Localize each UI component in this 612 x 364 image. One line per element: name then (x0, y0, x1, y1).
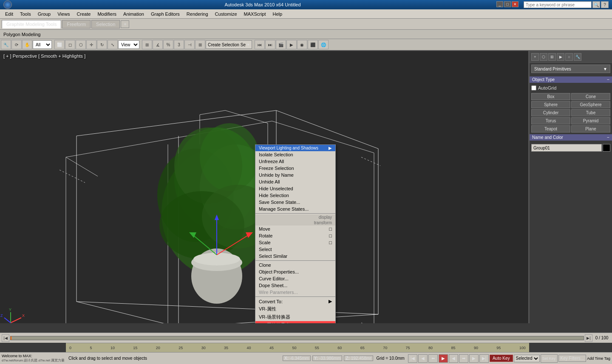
ctx-select[interactable]: Select (255, 246, 335, 253)
menu-create[interactable]: Create (73, 9, 94, 18)
menu-customize[interactable]: Customize (212, 9, 241, 18)
ctx-isolate-selection[interactable]: Isolate Selection (255, 151, 335, 158)
tool-fence[interactable]: ⬡ (76, 40, 86, 49)
rp-icon-utilities[interactable]: 🔧 (574, 53, 581, 61)
menu-tools[interactable]: Tools (17, 9, 34, 18)
ctx-clone[interactable]: Clone (255, 262, 335, 268)
ctx-unhide-by-name[interactable]: Unhide by Name (255, 172, 335, 178)
tool-scale[interactable]: ⤡ (108, 40, 118, 49)
view-select[interactable]: View (118, 40, 139, 49)
tool-array[interactable]: ⊞ (195, 40, 205, 49)
auto-key-btn[interactable]: Auto Key (490, 355, 513, 362)
maximize-btn[interactable]: □ (504, 1, 511, 7)
menu-graph-editors[interactable]: Graph Editors (147, 9, 183, 18)
menu-animation[interactable]: Animation (120, 9, 147, 18)
btn-torus[interactable]: Torus (531, 117, 570, 124)
btn-cone[interactable]: Cone (571, 93, 610, 100)
tool-environment[interactable]: 🌐 (318, 40, 329, 49)
color-swatch[interactable] (603, 144, 610, 152)
btn-prev-frame-play[interactable]: ⬅ (428, 354, 438, 363)
viewport[interactable]: [ + ] Perspective [ Smooth + Highlights … (0, 51, 529, 323)
btn-next-frame-play[interactable]: ➡ (459, 354, 468, 363)
tool-render[interactable]: ▶ (286, 40, 297, 49)
tool-next-frame[interactable]: ⏭ (265, 40, 275, 49)
menu-group[interactable]: Group (34, 9, 54, 18)
btn-play-rev[interactable]: ◀ (449, 354, 458, 363)
tool-rotate[interactable]: ↻ (97, 40, 107, 49)
ctx-manage-scene-states[interactable]: Manage Scene States... (255, 206, 335, 212)
ctx-freeze-selection[interactable]: Freeze Selection (255, 165, 335, 172)
ctx-object-properties[interactable]: Object Properties... (255, 268, 335, 275)
ctx-unfreeze-all[interactable]: Unfreeze All (255, 158, 335, 165)
ctx-curve-editor[interactable]: Curve Editor... (255, 275, 335, 282)
menu-edit[interactable]: Edit (2, 9, 17, 18)
rp-icon-create[interactable]: + (531, 53, 539, 61)
ctx-convert-to[interactable]: Convert To: ▶ (255, 298, 335, 305)
search-btn[interactable]: 🔍 (592, 1, 600, 8)
ctx-unhide-all[interactable]: Unhide All (255, 178, 335, 185)
object-type-header[interactable]: Object Type − (530, 76, 612, 83)
ctx-vr-attr[interactable]: VR-属性 (255, 305, 335, 313)
name-color-header[interactable]: Name and Color − (530, 134, 612, 141)
tool-move[interactable]: ✛ (86, 40, 96, 49)
ctx-dope-sheet[interactable]: Dope Sheet... (255, 282, 335, 289)
tool-snap-pct[interactable]: % (163, 40, 173, 49)
menu-views[interactable]: Views (54, 9, 73, 18)
tool-select-obj[interactable]: ⬜ (54, 40, 65, 49)
ctx-vr-scene[interactable]: VR-场景转换器 (255, 313, 335, 321)
btn-go-end[interactable]: ▶| (479, 354, 489, 363)
timeline-slider[interactable] (10, 336, 584, 340)
btn-prev-key[interactable]: ◀ (418, 354, 428, 363)
btn-go-start[interactable]: |◀ (408, 354, 417, 363)
tool-magnet[interactable]: 🔧 (1, 40, 11, 49)
btn-pyramid[interactable]: Pyramid (571, 117, 610, 124)
btn-geosphere[interactable]: GeoSphere (571, 101, 610, 108)
tool-material[interactable]: ⬛ (308, 40, 318, 49)
menu-modifiers[interactable]: Modifiers (94, 9, 120, 18)
btn-play-fwd[interactable]: ▶ (439, 354, 448, 363)
key-filters-btn[interactable]: Key Filters... (558, 355, 586, 362)
tool-snap-3d[interactable]: ⊞ (142, 40, 152, 49)
rp-icon-hierarchy[interactable]: ⊞ (548, 53, 556, 61)
btn-sphere[interactable]: Sphere (531, 101, 570, 108)
btn-set-key[interactable]: Set Key (541, 354, 558, 363)
btn-tube[interactable]: Tube (571, 109, 610, 116)
ctx-hide-unselected[interactable]: Hide Unselected (255, 185, 335, 192)
btn-teapot[interactable]: Teapot (531, 125, 570, 133)
ctx-save-scene-state[interactable]: Save Scene State... (255, 199, 335, 206)
help-btn[interactable]: ? (601, 1, 609, 8)
minimize-btn[interactable]: _ (496, 1, 503, 7)
tool-pan[interactable]: ✋ (22, 40, 32, 49)
tab-graphite[interactable]: Graphite Modeling Tools (2, 20, 61, 28)
menu-rendering[interactable]: Rendering (183, 9, 212, 18)
ctx-move[interactable]: Move □ (255, 226, 335, 232)
timeline-prev-frame[interactable]: |◀ (2, 334, 9, 342)
name-input[interactable] (531, 144, 602, 152)
btn-cylinder[interactable]: Cylinder (531, 109, 570, 116)
rp-icon-display[interactable]: ○ (565, 53, 573, 61)
tool-select-region[interactable]: ◻ (65, 40, 75, 49)
tool-snap-angle[interactable]: ∡ (153, 40, 163, 49)
menu-maxscript[interactable]: MAXScript (241, 9, 269, 18)
rp-icon-modify[interactable]: ⬡ (540, 53, 547, 61)
ctx-rotate[interactable]: Rotate □ (255, 232, 335, 239)
btn-next-key[interactable]: ▶ (469, 354, 479, 363)
std-primitives-dropdown[interactable]: Standard Primitives ▼ (531, 65, 610, 73)
selected-dropdown[interactable]: Selected (514, 355, 540, 362)
tool-render-setup[interactable]: 🎬 (276, 40, 286, 49)
timeline-next-frame[interactable]: ▶| (585, 334, 592, 342)
tab-freeform[interactable]: Freeform (62, 20, 91, 28)
btn-box[interactable]: Box (531, 93, 570, 100)
autogrid-checkbox[interactable] (531, 85, 536, 90)
tab-selection[interactable]: Selection (91, 20, 120, 28)
tool-orbit[interactable]: ⟳ (11, 40, 22, 49)
tool-activeshade[interactable]: ◉ (297, 40, 307, 49)
tool-snap-spin[interactable]: 3 (174, 40, 184, 49)
tool-prev-frame[interactable]: ⏮ (255, 40, 265, 49)
rp-icon-motion[interactable]: ▶ (557, 53, 564, 61)
tool-mirror[interactable]: ⊣ (184, 40, 195, 49)
timeline-track[interactable]: 0 5 10 15 20 25 30 35 40 45 50 55 60 65 … (66, 343, 529, 352)
menu-help[interactable]: Help (269, 9, 286, 18)
tab-extra-icon[interactable]: ≡ (121, 20, 129, 28)
btn-plane[interactable]: Plane (571, 125, 610, 133)
